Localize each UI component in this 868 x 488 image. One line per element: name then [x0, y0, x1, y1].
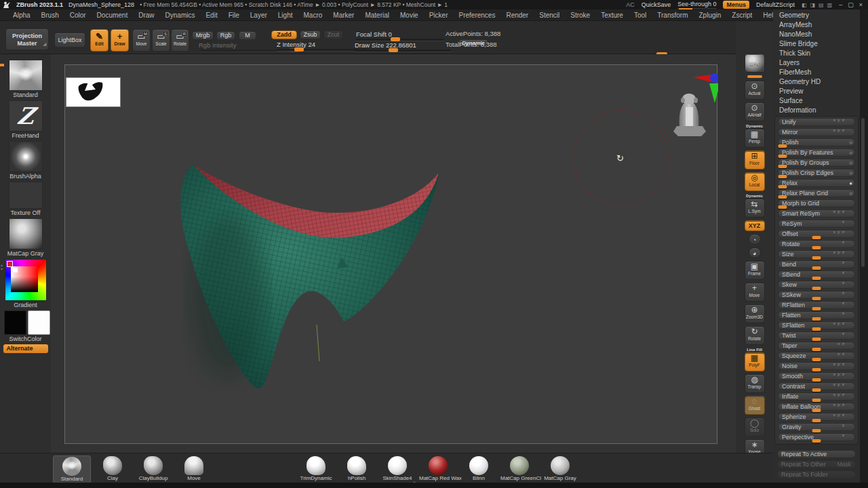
bottom-tray-item[interactable]: ClayBuildup [134, 455, 172, 482]
axis-badge[interactable]: x y z [833, 413, 845, 417]
axis-badge[interactable]: z [842, 433, 845, 437]
subpalette-header[interactable]: Slime Bridge [773, 39, 860, 49]
axis-badge[interactable]: z [842, 270, 845, 274]
zadd-button[interactable]: Zadd [271, 30, 297, 39]
axis-badge[interactable]: y [842, 423, 845, 427]
deformation-row[interactable]: Relax ● [778, 179, 855, 187]
slider-handle[interactable] [812, 338, 821, 341]
left-tray-thumbnail[interactable] [9, 218, 43, 249]
slider-handle[interactable] [812, 317, 821, 321]
axis-badge[interactable]: x y z [833, 362, 845, 366]
move-button[interactable]: M ▭ Move [132, 29, 151, 52]
deformation-row[interactable]: Noise x y z [778, 362, 855, 370]
zsub-button[interactable]: Zsub [300, 30, 321, 39]
left-tray-scroll-arrows[interactable]: ▴▾ [1, 263, 3, 271]
edit-button[interactable]: ✎ Edit [90, 29, 108, 52]
axis-badge[interactable]: x y z [833, 372, 845, 376]
slider-handle[interactable] [812, 266, 821, 270]
deformation-row[interactable]: Bend z [778, 260, 855, 268]
menu-item[interactable]: Alpha [8, 12, 35, 19]
shelf-button[interactable]: ⊕ Zoom3D [745, 304, 765, 323]
left-tray-thumbnail[interactable] [5, 259, 47, 301]
m-button[interactable]: M [239, 31, 256, 40]
shelf-button[interactable]: XYZ [745, 220, 765, 231]
subpalette-header[interactable]: Geometry HD [773, 77, 860, 87]
z-intensity-handle[interactable] [294, 47, 304, 52]
subpalette-header[interactable]: Deformation [773, 106, 860, 115]
left-tray-item[interactable]: SwitchColor [0, 310, 51, 343]
left-tray-thumbnail[interactable] [9, 60, 43, 91]
deformation-row[interactable]: Relax Plane Grid ○ [778, 189, 855, 197]
shelf-button[interactable]: ◕ Zoom [749, 247, 761, 258]
deformation-row[interactable]: Perspective z [778, 433, 855, 441]
bottom-tray-item[interactable]: MatCap Gray [541, 455, 579, 482]
shelf-button[interactable]: ◯ Solo [745, 418, 765, 436]
axis-badge[interactable]: x z [837, 352, 845, 356]
deformation-row[interactable]: SBend z [778, 270, 855, 279]
titlebar-icon[interactable]: ▤ [818, 2, 824, 8]
bottom-tray-item[interactable]: TrimDynamic [297, 455, 335, 482]
subpalette-header[interactable]: NanoMesh [773, 30, 860, 39]
menu-item[interactable]: Picker [425, 12, 453, 19]
slider-handle[interactable] [812, 409, 821, 412]
deformation-row[interactable]: Polish ○ [778, 138, 855, 146]
axis-badge[interactable]: x [842, 291, 845, 295]
menu-item[interactable]: Stroke [566, 12, 595, 19]
shelf-button[interactable]: Dynamic ⇆ L.Sym [745, 194, 765, 218]
axis-badge[interactable]: z [842, 331, 845, 336]
menu-item[interactable]: Color [65, 12, 91, 19]
shelf-button[interactable]: SPix 3 [745, 75, 765, 78]
focal-shift-slider[interactable]: Focal Shift 0 [356, 30, 392, 38]
shelf-button[interactable]: ⊞ Floor [745, 150, 765, 169]
deformation-row[interactable]: SFlatten x y z [778, 321, 855, 329]
close-button[interactable]: × [859, 1, 863, 8]
toggle-icon[interactable]: ○ [849, 169, 852, 177]
shelf-button[interactable]: ◔ Scroll [749, 234, 761, 245]
menu-item[interactable]: Zplugin [694, 12, 726, 19]
menu-item[interactable]: Stencil [534, 12, 564, 19]
menu-item[interactable]: Layer [245, 12, 272, 19]
slider-handle[interactable] [778, 185, 787, 188]
document-viewport[interactable]: ↻ [64, 64, 717, 444]
deformation-row[interactable]: Offset x y z [778, 230, 855, 238]
left-tray-item[interactable]: Z FreeHand [0, 100, 51, 140]
slider-handle[interactable] [778, 195, 787, 199]
zcut-button[interactable]: Zcut [323, 30, 343, 39]
subpalette-header[interactable]: Preview [773, 87, 860, 96]
left-tray-item[interactable]: Gradient [0, 259, 51, 309]
axis-badge[interactable]: x y z [833, 128, 845, 132]
subpalette-header[interactable]: FiberMesh [773, 68, 860, 77]
slider-handle[interactable] [812, 439, 821, 443]
toggle-icon[interactable]: ○ [849, 139, 852, 146]
left-tray-thumbnail[interactable]: Z [9, 100, 43, 131]
axis-badge[interactable]: z [842, 301, 845, 305]
tool-preview-thumbnail[interactable] [66, 77, 121, 107]
deformation-row[interactable]: Inflate x y z [778, 392, 855, 401]
deformation-row[interactable]: Morph to Grid [778, 199, 855, 207]
quicksave-button[interactable]: QuickSave [642, 1, 671, 8]
menu-item[interactable]: Macro [299, 12, 328, 19]
menu-item[interactable]: Texture [596, 12, 628, 19]
shelf-button[interactable]: + Move [745, 283, 765, 302]
subpalette-header[interactable]: Geometry [773, 11, 860, 20]
slider-handle[interactable] [812, 287, 821, 290]
bottom-tray-item[interactable]: MatCap GreenCl [500, 455, 538, 482]
menu-item[interactable]: Document [92, 12, 133, 19]
deformation-row[interactable]: Inflate Balloon x y z [778, 403, 855, 411]
deformation-row[interactable]: Polish By Groups ○ [778, 159, 855, 167]
default-zscript-button[interactable]: DefaultZScript [756, 1, 795, 8]
menu-item[interactable]: File [224, 12, 244, 19]
shelf-button[interactable]: ◌ Ghost [745, 396, 765, 415]
deformation-row[interactable]: Size x y z [778, 250, 855, 258]
shelf-button[interactable]: ◍ Transp [745, 374, 765, 393]
subpalette-header[interactable]: Layers [773, 58, 860, 68]
deformation-row[interactable]: Flatten x [778, 311, 855, 319]
menu-item[interactable]: Preferences [454, 12, 500, 19]
slider-handle[interactable] [812, 429, 821, 432]
slider-handle[interactable] [812, 256, 821, 260]
shelf-button[interactable]: ⊙ AAHalf [745, 102, 765, 121]
bottom-tray-item[interactable]: Clay [94, 455, 132, 482]
viewport-3d[interactable]: ↻ [65, 65, 718, 445]
deformation-row[interactable]: SSkew x [778, 291, 855, 299]
menu-item[interactable]: Material [360, 12, 394, 19]
